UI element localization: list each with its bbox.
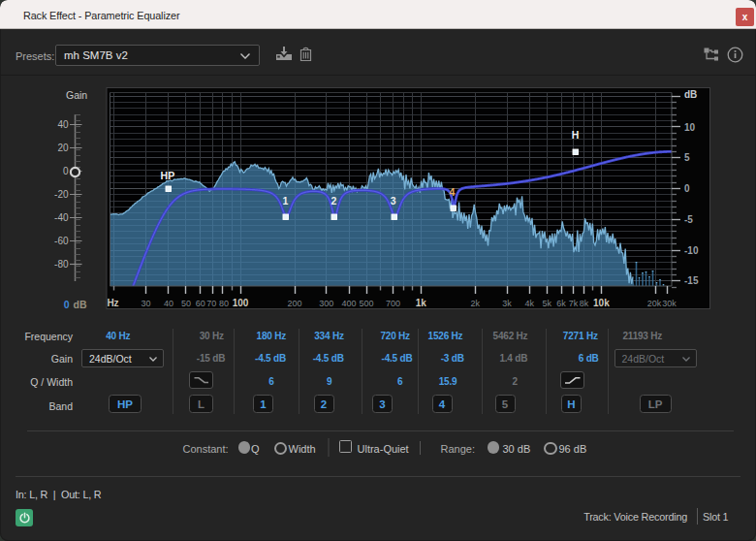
svg-text:300: 300 — [319, 299, 333, 308]
svg-text:-60: -60 — [54, 236, 69, 246]
svg-text:2k: 2k — [471, 299, 481, 308]
svg-text:20: 20 — [57, 143, 69, 153]
svg-text:Hz: Hz — [107, 298, 118, 308]
svg-text:7k: 7k — [569, 299, 579, 308]
svg-text:0: 0 — [63, 166, 69, 176]
svg-text:-15: -15 — [684, 275, 699, 286]
svg-text:dB: dB — [684, 89, 697, 100]
svg-text:80: 80 — [219, 299, 229, 308]
svg-text:6k: 6k — [556, 299, 566, 308]
svg-text:0: 0 — [64, 299, 70, 310]
svg-text:10k: 10k — [593, 298, 610, 308]
svg-text:HP: HP — [161, 170, 175, 181]
svg-text:3: 3 — [391, 195, 396, 207]
svg-text:-20: -20 — [54, 189, 69, 200]
svg-text:1: 1 — [283, 195, 289, 207]
svg-text:-80: -80 — [54, 259, 69, 270]
svg-text:dB: dB — [74, 299, 87, 310]
svg-text:1k: 1k — [416, 298, 427, 308]
svg-text:5: 5 — [684, 152, 690, 163]
svg-text:-10: -10 — [684, 245, 699, 256]
svg-text:2: 2 — [331, 195, 337, 207]
svg-text:8k: 8k — [580, 299, 589, 308]
svg-text:20k: 20k — [647, 299, 662, 308]
svg-text:50: 50 — [181, 299, 191, 308]
svg-text:30k: 30k — [662, 299, 677, 308]
svg-text:4: 4 — [449, 186, 455, 198]
svg-text:500: 500 — [360, 299, 374, 308]
svg-text:40: 40 — [164, 299, 173, 308]
svg-text:3k: 3k — [502, 299, 512, 308]
svg-text:10: 10 — [684, 122, 696, 133]
svg-text:H: H — [572, 129, 580, 141]
svg-text:60: 60 — [196, 299, 205, 308]
svg-text:70: 70 — [206, 299, 216, 308]
svg-text:-5: -5 — [684, 214, 693, 225]
svg-text:30: 30 — [142, 299, 151, 308]
svg-text:100: 100 — [233, 298, 249, 308]
svg-text:700: 700 — [386, 299, 400, 308]
svg-text:Gain: Gain — [66, 89, 87, 101]
svg-text:4k: 4k — [525, 299, 535, 308]
svg-text:40: 40 — [57, 119, 69, 130]
svg-text:0: 0 — [684, 183, 690, 194]
svg-text:5k: 5k — [543, 299, 552, 308]
svg-text:-40: -40 — [54, 212, 69, 223]
svg-text:400: 400 — [342, 299, 357, 308]
svg-text:200: 200 — [288, 299, 302, 308]
